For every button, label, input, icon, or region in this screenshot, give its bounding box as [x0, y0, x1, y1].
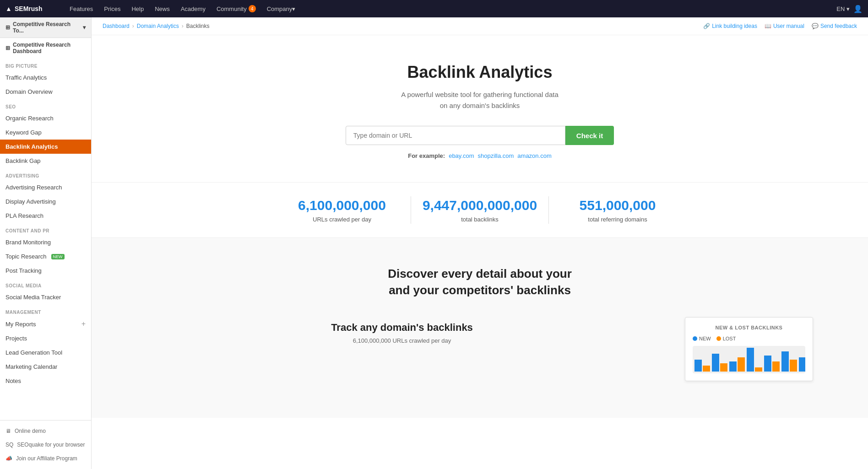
chart-bar-lost [790, 360, 797, 372]
stats-bar: 6,100,000,000 URLs crawled per day 9,447… [92, 182, 868, 237]
sidebar-item-backlink-gap[interactable]: Backlink Gap [0, 154, 91, 168]
language-selector[interactable]: EN ▾ [836, 5, 850, 12]
user-manual-action[interactable]: 📖 User manual [765, 23, 804, 29]
section-big-picture-label: BIG PICTURE [0, 58, 91, 70]
chart-bar-new [781, 351, 789, 371]
link-building-ideas-action[interactable]: 🔗 Link building ideas [703, 23, 757, 29]
sidebar-grid-icon: ⊞ [5, 24, 10, 31]
chart-bar-lost [703, 366, 710, 372]
hero-search-form: Check it [110, 126, 850, 145]
nav-help[interactable]: Help [127, 0, 148, 17]
nav-community[interactable]: Community 4 [212, 0, 260, 17]
sidebar-footer-online-demo[interactable]: 🖥 Online demo [0, 424, 91, 438]
check-it-button[interactable]: Check it [565, 126, 614, 145]
track-title: Track any domain's backlinks [146, 322, 657, 334]
chart-bar-lost [720, 363, 727, 371]
top-navigation: ▲ SEMrush Features Prices Help News Acad… [0, 0, 868, 17]
management-header: MANAGEMENT [0, 304, 91, 317]
sidebar-item-competitive-dashboard[interactable]: ⊞ Competitive Research Dashboard [0, 38, 91, 58]
main-layout: ⊞ Competitive Research To... ▾ ⊞ Competi… [0, 17, 868, 469]
nav-news[interactable]: News [150, 0, 174, 17]
breadcrumb-domain-analytics[interactable]: Domain Analytics [137, 23, 179, 29]
track-section: Track any domain's backlinks 6,100,000,0… [110, 317, 850, 399]
sidebar: ⊞ Competitive Research To... ▾ ⊞ Competi… [0, 17, 92, 469]
monitor-icon: 🖥 [5, 428, 11, 434]
affiliate-icon: 📣 [5, 455, 12, 462]
nav-right: EN ▾ 👤 [836, 5, 863, 13]
breadcrumb-backlinks: Backlinks [186, 23, 210, 29]
hero-examples: For example: ebay.com shopzilla.com amaz… [110, 152, 850, 159]
sidebar-item-domain-overview[interactable]: Domain Overview [0, 85, 91, 99]
breadcrumb-sep-2: › [182, 23, 184, 29]
sidebar-chevron-icon: ▾ [83, 24, 86, 31]
track-card: NEW & LOST BACKLINKS NEW LOST [685, 317, 813, 381]
domain-url-input[interactable] [346, 126, 565, 145]
track-card-legend: NEW LOST [693, 336, 805, 341]
sidebar-item-pla-research[interactable]: PLA Research [0, 209, 91, 223]
sidebar-item-backlink-analytics[interactable]: Backlink Analytics [0, 140, 91, 154]
chart-bar-new [694, 360, 702, 372]
send-feedback-action[interactable]: 💬 Send feedback [812, 23, 857, 29]
sidebar-item-traffic-analytics[interactable]: Traffic Analytics [0, 70, 91, 85]
chart-bars [693, 346, 805, 373]
nav-academy[interactable]: Academy [176, 0, 210, 17]
sidebar-footer: 🖥 Online demo SQ SEOquake for your brows… [0, 420, 91, 469]
discover-title: Discover every detail about your and you… [110, 265, 850, 299]
breadcrumb-sep-1: › [132, 23, 134, 29]
section-seo-label: SEO [0, 99, 91, 111]
sidebar-item-advertising-research[interactable]: Advertising Research [0, 180, 91, 194]
sidebar-item-social-media-tracker[interactable]: Social Media Tracker [0, 290, 91, 304]
chart-bar-new [729, 361, 737, 372]
sidebar-item-notes[interactable]: Notes [0, 374, 91, 388]
sidebar-footer-seoquake[interactable]: SQ SEOquake for your browser [0, 438, 91, 452]
discover-section: Discover every detail about your and you… [92, 237, 868, 418]
chart-bar-pair [799, 357, 805, 371]
legend-new: NEW [693, 336, 711, 341]
sidebar-item-brand-monitoring[interactable]: Brand Monitoring [0, 235, 91, 249]
nav-features[interactable]: Features [65, 0, 98, 17]
chart-bar-pair [747, 348, 762, 372]
hero-section: Backlink Analytics A powerful website to… [92, 35, 868, 182]
add-report-button[interactable]: + [81, 320, 86, 328]
breadcrumb: Dashboard › Domain Analytics › Backlinks… [92, 17, 868, 35]
track-text: Track any domain's backlinks 6,100,000,0… [146, 317, 657, 344]
hero-subtitle: A powerful website tool for gathering fu… [110, 89, 850, 111]
link-icon: 🔗 [703, 23, 710, 29]
sidebar-dropdown[interactable]: ⊞ Competitive Research To... ▾ [0, 17, 91, 38]
breadcrumb-dashboard[interactable]: Dashboard [103, 23, 130, 29]
sidebar-item-organic-research[interactable]: Organic Research [0, 111, 91, 125]
nav-prices[interactable]: Prices [99, 0, 125, 17]
sidebar-item-post-tracking[interactable]: Post Tracking [0, 264, 91, 278]
sidebar-item-projects[interactable]: Projects [0, 331, 91, 345]
example-ebay[interactable]: ebay.com [449, 152, 474, 159]
chart-bar-new [764, 356, 771, 372]
nav-company[interactable]: Company ▾ [262, 0, 300, 17]
chart-bar-lost [755, 367, 762, 372]
sidebar-item-topic-research[interactable]: Topic Research NEW [0, 249, 91, 264]
sidebar-item-my-reports[interactable]: My Reports + [0, 317, 91, 331]
sidebar-item-marketing-calendar[interactable]: Marketing Calendar [0, 360, 91, 374]
chart-bar-pair [729, 357, 745, 371]
logo[interactable]: ▲ SEMrush [5, 4, 56, 14]
example-amazon[interactable]: amazon.com [517, 152, 551, 159]
hero-title: Backlink Analytics [110, 63, 850, 82]
sidebar-item-display-advertising[interactable]: Display Advertising [0, 194, 91, 209]
sidebar-footer-affiliate[interactable]: 📣 Join our Affiliate Program [0, 452, 91, 465]
legend-new-dot [693, 336, 697, 341]
sidebar-item-keyword-gap[interactable]: Keyword Gap [0, 125, 91, 140]
community-badge: 4 [249, 5, 256, 12]
chart-bar-new [747, 348, 754, 372]
example-shopzilla[interactable]: shopzilla.com [478, 152, 514, 159]
user-icon[interactable]: 👤 [853, 5, 863, 13]
svg-text:SEMrush: SEMrush [15, 5, 43, 12]
stat-referring-domains: 551,000,000 total referring domains [549, 198, 686, 223]
dashboard-grid-icon: ⊞ [5, 45, 10, 51]
stat-urls-crawled: 6,100,000,000 URLs crawled per day [273, 198, 411, 223]
chart-bar-lost [772, 361, 780, 372]
svg-text:▲: ▲ [5, 5, 12, 12]
section-advertising-label: ADVERTISING [0, 168, 91, 180]
section-content-pr-label: CONTENT AND PR [0, 223, 91, 235]
sidebar-item-lead-generation-tool[interactable]: Lead Generation Tool [0, 345, 91, 360]
legend-lost-dot [716, 336, 721, 341]
main-content: Dashboard › Domain Analytics › Backlinks… [92, 17, 868, 469]
